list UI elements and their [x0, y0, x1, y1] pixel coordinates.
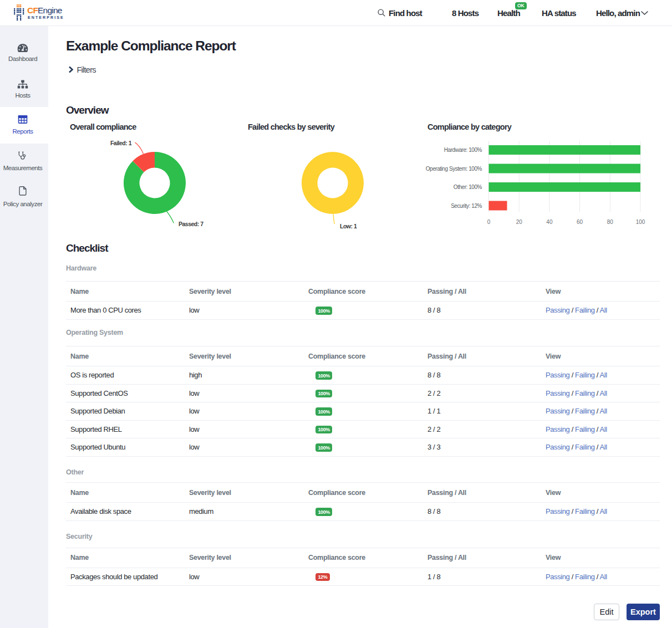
svg-text:0: 0 — [487, 219, 491, 225]
svg-text:60: 60 — [577, 219, 583, 225]
svg-text:Security: 12%: Security: 12% — [451, 203, 482, 209]
svg-text:Other: 100%: Other: 100% — [454, 184, 482, 190]
svg-text:Failed: 1: Failed: 1 — [110, 140, 132, 146]
svg-text:Low: 1: Low: 1 — [340, 223, 357, 229]
svg-text:Passed: 7: Passed: 7 — [179, 221, 203, 227]
svg-text:80: 80 — [607, 219, 614, 225]
svg-text:20: 20 — [516, 219, 523, 225]
svg-text:100: 100 — [636, 219, 645, 225]
svg-text:Operating System: 100%: Operating System: 100% — [426, 166, 482, 172]
svg-text:40: 40 — [546, 219, 553, 225]
svg-text:Hardware: 100%: Hardware: 100% — [444, 147, 482, 153]
